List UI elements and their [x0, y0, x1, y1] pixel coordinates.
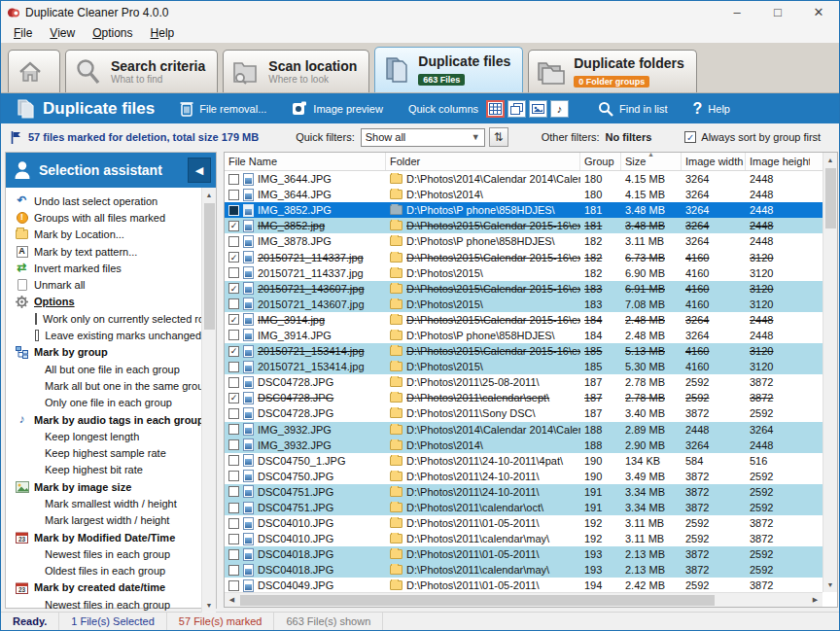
column-header-file-name[interactable]: File Name [225, 153, 386, 170]
sidebar-item-mark-largest-width-height[interactable]: Mark largest width / height [6, 512, 201, 529]
row-checkbox[interactable] [228, 518, 239, 529]
table-row[interactable]: DSC04728.JPGD:\Photos\2011\Sony DSC\1873… [225, 405, 822, 421]
row-checkbox[interactable] [228, 471, 239, 481]
row-checkbox[interactable] [228, 236, 239, 247]
row-checkbox[interactable] [228, 424, 239, 435]
row-checkbox[interactable] [228, 534, 239, 544]
table-row[interactable]: ✓IMG_3914.jpgD:\Photos\2015\Calendar 201… [225, 312, 822, 328]
quick-col-image-columns-button[interactable] [529, 100, 547, 118]
tab-home[interactable] [8, 50, 60, 92]
checkbox[interactable] [35, 330, 39, 341]
find-in-list-button[interactable]: Find in list [598, 101, 668, 117]
sidebar-item-keep-longest-length[interactable]: Keep longest length [6, 428, 201, 444]
column-header-group[interactable]: Group [580, 153, 621, 170]
table-row[interactable]: IMG_3644.JPGD:\Photos\2014\Calendar 2014… [225, 171, 822, 187]
scroll-up-icon[interactable]: ▲ [202, 188, 217, 202]
table-row[interactable]: DSC04750.JPGD:\Photos\2011\24-10-2011\19… [225, 469, 822, 484]
row-checkbox[interactable] [228, 362, 239, 372]
row-checkbox[interactable] [228, 455, 239, 466]
table-row[interactable]: DSC04010.JPGD:\Photos\2011\calendar\may\… [225, 531, 822, 546]
horizontal-scroll-thumb[interactable] [240, 595, 715, 606]
row-checkbox[interactable]: ✓ [228, 346, 239, 357]
menu-view[interactable]: View [41, 24, 84, 42]
sidebar-item-leave-existing-marks-unchanged[interactable]: Leave existing marks unchanged [6, 327, 201, 343]
row-checkbox[interactable] [228, 330, 239, 340]
sidebar-item-newest-files-in-each-group[interactable]: Newest files in each group [6, 596, 201, 613]
quick-col-windows-columns-button[interactable] [508, 100, 526, 118]
sidebar-item-keep-highest-bit-rate[interactable]: Keep highest bit rate [6, 462, 201, 478]
row-checkbox[interactable] [228, 549, 239, 560]
scroll-left-icon[interactable]: ◀ [225, 593, 239, 608]
table-row[interactable]: 20150721_114337.jpgD:\Photos\2015\1826.9… [225, 265, 822, 281]
menu-help[interactable]: Help [142, 24, 184, 42]
menu-options[interactable]: Options [84, 24, 141, 42]
table-row[interactable]: DSC04018.JPGD:\Photos\2011\01-05-2011\19… [225, 546, 822, 562]
table-row[interactable]: ✓20150721_153414.jpgD:\Photos\2015\Calen… [225, 343, 822, 359]
table-row[interactable]: IMG_3644.JPGD:\Photos\2014\1804.15 MB326… [225, 187, 822, 202]
row-checkbox[interactable] [228, 565, 239, 576]
row-checkbox[interactable] [228, 408, 239, 419]
tab-search-criteria[interactable]: Search criteria What to find [65, 50, 218, 92]
column-header-image-width[interactable]: Image width [682, 153, 746, 170]
table-row[interactable]: ✓IMG_3852.jpgD:\Photos\2015\Calendar 201… [225, 218, 822, 233]
menu-file[interactable]: File [5, 24, 41, 42]
row-checkbox[interactable]: ✓ [228, 393, 239, 403]
sort-by-group-checkbox[interactable]: ✓ [684, 131, 696, 143]
row-checkbox[interactable]: ✓ [228, 314, 239, 325]
table-row[interactable]: IMG_3878.JPGD:\Photos\P phone\858HDJES\1… [225, 233, 822, 249]
quick-col-audio-columns-button[interactable]: ♪ [550, 100, 569, 118]
vertical-scroll-thumb[interactable] [825, 168, 836, 228]
sidebar-item-mark-by-text-pattern[interactable]: AMark by text pattern... [6, 243, 201, 260]
tab-duplicate-folders[interactable]: Duplicate folders 0 Folder groups [528, 50, 697, 92]
checkbox[interactable] [35, 313, 37, 325]
sidebar-item-oldest-files-in-each-group[interactable]: Oldest files in each group [6, 563, 201, 579]
column-header-size[interactable]: ▲Size [621, 153, 682, 170]
row-checkbox[interactable] [228, 190, 239, 200]
help-button[interactable]: ? Help [693, 100, 730, 118]
scroll-down-icon[interactable]: ▼ [823, 578, 838, 592]
row-checkbox[interactable]: ✓ [228, 252, 239, 263]
quick-col-grid-columns-button[interactable] [486, 100, 505, 118]
row-checkbox[interactable] [228, 267, 239, 278]
tab-scan-location[interactable]: Scan location Where to look [223, 50, 369, 92]
maximize-button[interactable]: □ [757, 1, 798, 23]
collapse-sidebar-button[interactable]: ◀ [188, 158, 211, 183]
row-checkbox[interactable] [228, 377, 239, 388]
sidebar-item-keep-highest-sample-rate[interactable]: Keep highest sample rate [6, 444, 201, 461]
sidebar-item-work-only-on-currently-selected-rows[interactable]: Work only on currently selected rows [6, 310, 201, 327]
scroll-right-icon[interactable]: ▶ [808, 593, 822, 608]
sidebar-item-only-one-file-in-each-group[interactable]: Only one file in each group [6, 395, 201, 411]
tab-duplicate-files[interactable]: Duplicate files 663 Files [374, 47, 523, 92]
table-row[interactable]: DSC04751.JPGD:\Photos\2011\calendar\oct\… [225, 500, 822, 515]
table-row[interactable]: IMG_3914.JPGD:\Photos\P phone\858HDJES\1… [225, 328, 822, 343]
sidebar-item-unmark-all[interactable]: Unmark all [6, 276, 201, 293]
table-row[interactable]: DSC04010.JPGD:\Photos\2011\01-05-2011\19… [225, 515, 822, 531]
sidebar-item-mark-smallest-width-height[interactable]: Mark smallest width / height [6, 495, 201, 511]
sidebar-scroll-thumb[interactable] [204, 203, 215, 330]
sidebar-item-groups-with-all-files-marked[interactable]: !Groups with all files marked [6, 209, 201, 226]
sidebar-item-undo-last-select-operation[interactable]: ↶Undo last select operation [6, 193, 201, 209]
row-checkbox[interactable] [228, 503, 239, 513]
row-checkbox[interactable] [228, 580, 239, 591]
row-checkbox[interactable] [228, 205, 239, 216]
row-checkbox[interactable] [228, 439, 239, 450]
table-vertical-scrollbar[interactable]: ▲ ▼ [822, 153, 837, 592]
table-row[interactable]: DSC04751.JPGD:\Photos\2011\24-10-2011\19… [225, 484, 822, 500]
quick-filters-select[interactable]: Show all ▼ [361, 128, 485, 147]
close-button[interactable]: ✕ [798, 1, 839, 23]
table-horizontal-scrollbar[interactable]: ◀ ▶ [225, 592, 822, 607]
refresh-filter-button[interactable]: ⇅ [489, 127, 508, 147]
image-preview-button[interactable]: Image preview [292, 101, 383, 117]
row-checkbox[interactable] [228, 298, 239, 309]
table-row[interactable]: IMG_3932.JPGD:\Photos\2014\1882.90 MB326… [225, 438, 822, 453]
table-row[interactable]: DSC04018.JPGD:\Photos\2011\calendar\may\… [225, 562, 822, 578]
row-checkbox[interactable] [228, 174, 239, 185]
sidebar-item-mark-all-but-one-in-the-same-group-and-fold[interactable]: Mark all but one in the same group and f… [6, 377, 201, 394]
table-row[interactable]: ✓20150721_114337.jpgD:\Photos\2015\Calen… [225, 249, 822, 264]
sidebar-item-invert-marked-files[interactable]: ⇄Invert marked files [6, 260, 201, 276]
table-row[interactable]: IMG_3852.JPGD:\Photos\P phone\858HDJES\1… [225, 202, 822, 218]
sidebar-item-newest-files-in-each-group[interactable]: Newest files in each group [6, 545, 201, 562]
minimize-button[interactable]: – [717, 1, 757, 23]
column-header-folder[interactable]: Folder [386, 153, 580, 170]
sidebar-item-all-but-one-file-in-each-group[interactable]: All but one file in each group [6, 361, 201, 377]
